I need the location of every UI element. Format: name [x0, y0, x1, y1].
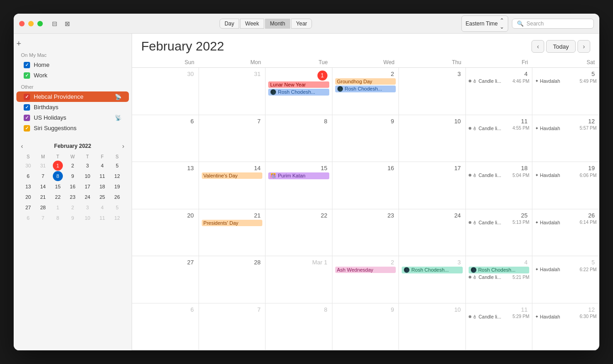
us-holidays-checkbox[interactable]: ✓: [24, 115, 30, 121]
mini-day-26[interactable]: 26: [112, 192, 122, 202]
mini-day-6[interactable]: 6: [23, 171, 33, 181]
event-rosh-chodesh-1[interactable]: 🌑 Rosh Chodesh...: [268, 89, 329, 96]
mini-day-18[interactable]: 18: [97, 182, 107, 192]
event-purim-katan[interactable]: 🎊 Purim Katan: [268, 172, 329, 179]
mini-day-17[interactable]: 17: [82, 182, 92, 192]
sidebar-toggle-icon[interactable]: ⊟: [52, 20, 57, 27]
event-ash-wednesday[interactable]: Ash Wednesday: [335, 267, 396, 273]
event-candle-11[interactable]: 🕯 Candle li... 4:55 PM: [469, 126, 530, 131]
day-feb-5[interactable]: 5 ✦ Havdalah 5:49 PM: [532, 68, 599, 115]
mini-day-m3[interactable]: 3: [82, 202, 92, 212]
mini-day-m11[interactable]: 11: [97, 213, 107, 223]
mini-day-m6[interactable]: 6: [23, 213, 33, 223]
day-feb-26[interactable]: 26 ✦ Havdalah 6:14 PM: [532, 209, 599, 256]
day-feb-14[interactable]: 14 Valentine's Day: [199, 162, 266, 209]
mini-day-12[interactable]: 12: [112, 171, 122, 181]
day-feb-22[interactable]: 22: [266, 209, 332, 256]
mini-day-25[interactable]: 25: [97, 192, 107, 202]
day-feb-15[interactable]: 15 🎊 Purim Katan: [266, 162, 332, 209]
day-feb-4[interactable]: 4 🕯 Candle li... 4:46 PM: [466, 68, 533, 115]
day-feb-17[interactable]: 17: [399, 162, 466, 209]
mini-day-m10[interactable]: 10: [82, 213, 92, 223]
day-mar-11[interactable]: 11 🕯 Candle li... 5:29 PM: [466, 303, 533, 350]
day-mar-1[interactable]: Mar 1: [266, 256, 332, 303]
work-checkbox[interactable]: ✓: [24, 72, 30, 79]
event-havdalah-5-mar[interactable]: ✦ Havdalah 6:22 PM: [535, 267, 597, 272]
mini-day-5[interactable]: 5: [112, 161, 122, 171]
event-groundhog-day[interactable]: Groundhog Day: [335, 78, 396, 85]
day-feb-8[interactable]: 8: [266, 115, 332, 162]
event-lunar-new-year[interactable]: Lunar New Year: [268, 81, 329, 88]
mini-day-15[interactable]: 15: [53, 182, 63, 192]
day-mar-10[interactable]: 10: [399, 303, 466, 350]
event-havdalah-19[interactable]: ✦ Havdalah 6:06 PM: [535, 172, 597, 178]
day-jan-30[interactable]: 30: [132, 68, 199, 115]
event-havdalah-5[interactable]: ✦ Havdalah 5:49 PM: [535, 78, 597, 84]
mini-day-m8[interactable]: 8: [53, 213, 63, 223]
mini-day-m12[interactable]: 12: [112, 213, 122, 223]
event-candle-4[interactable]: 🕯 Candle li... 4:46 PM: [469, 78, 530, 84]
day-mar-7[interactable]: 7: [199, 303, 266, 350]
home-checkbox[interactable]: ✓: [24, 62, 30, 68]
prev-month-button[interactable]: ‹: [531, 40, 544, 53]
mini-day-23[interactable]: 23: [67, 192, 77, 202]
mini-day-m2[interactable]: 2: [67, 202, 77, 212]
event-valentines-day[interactable]: Valentine's Day: [202, 172, 263, 179]
mini-day-13[interactable]: 13: [23, 182, 33, 192]
mini-day-27[interactable]: 27: [23, 202, 33, 212]
event-havdalah-12-mar[interactable]: ✦ Havdalah 6:30 PM: [535, 314, 597, 319]
day-mar-2[interactable]: 2 Ash Wednesday: [332, 256, 399, 303]
search-box[interactable]: 🔍 Search: [512, 19, 594, 29]
day-feb-16[interactable]: 16: [332, 162, 399, 209]
event-rosh-chodesh-4[interactable]: 🌑 Rosh Chodesh...: [469, 267, 530, 273]
month-view-button[interactable]: Month: [265, 19, 290, 29]
day-mar-4[interactable]: 4 🌑 Rosh Chodesh... 🕯 Candle li... 5:21 …: [466, 256, 533, 303]
mini-day-16[interactable]: 16: [67, 182, 77, 192]
event-candle-4-mar[interactable]: 🕯 Candle li... 5:21 PM: [469, 274, 530, 280]
mini-day-m7[interactable]: 7: [38, 213, 48, 223]
mini-day-m1[interactable]: 1: [53, 202, 63, 212]
mini-day-m9[interactable]: 9: [67, 213, 77, 223]
sidebar-item-birthdays[interactable]: ✓ Birthdays: [16, 102, 129, 112]
day-mar-9[interactable]: 9: [332, 303, 399, 350]
day-feb-1[interactable]: 1 Lunar New Year 🌑 Rosh Chodesh...: [266, 68, 332, 115]
day-mar-3[interactable]: 3 🌑 Rosh Chodesh...: [399, 256, 466, 303]
day-mar-5[interactable]: 5 ✦ Havdalah 6:22 PM: [532, 256, 599, 303]
sidebar-item-us-holidays[interactable]: ✓ US Holidays 📡: [16, 112, 129, 123]
day-mar-6[interactable]: 6: [132, 303, 199, 350]
maximize-button[interactable]: [37, 21, 43, 26]
mini-day-m4[interactable]: 4: [97, 202, 107, 212]
mini-day-4[interactable]: 4: [97, 161, 107, 171]
timezone-selector[interactable]: Eastern Time ⌃⌄: [461, 15, 508, 32]
mini-day-28[interactable]: 28: [38, 202, 48, 212]
day-feb-7[interactable]: 7: [199, 115, 266, 162]
day-feb-9[interactable]: 9: [332, 115, 399, 162]
day-jan-31[interactable]: 31: [199, 68, 266, 115]
day-feb-10[interactable]: 10: [399, 115, 466, 162]
day-feb-21[interactable]: 21 Presidents' Day: [199, 209, 266, 256]
minimize-button[interactable]: [28, 21, 34, 26]
day-feb-13[interactable]: 13: [132, 162, 199, 209]
mini-day-14[interactable]: 14: [38, 182, 48, 192]
event-rosh-chodesh-3[interactable]: 🌑 Rosh Chodesh...: [402, 267, 463, 273]
mini-day-31[interactable]: 31: [38, 161, 48, 171]
inbox-icon[interactable]: ⊠: [65, 20, 70, 27]
hebcal-checkbox[interactable]: ✓: [24, 94, 30, 100]
mini-day-11[interactable]: 11: [97, 171, 107, 181]
mini-day-1[interactable]: 1: [53, 161, 63, 171]
day-feb-20[interactable]: 20: [132, 209, 199, 256]
day-feb-12[interactable]: 12 ✦ Havdalah 5:57 PM: [532, 115, 599, 162]
mini-day-9[interactable]: 9: [67, 171, 77, 181]
year-view-button[interactable]: Year: [291, 19, 312, 29]
mini-day-m5[interactable]: 5: [112, 202, 122, 212]
day-feb-18[interactable]: 18 🕯 Candle li... 5:04 PM: [466, 162, 533, 209]
event-rosh-chodesh-2[interactable]: 🌑 Rosh Chodesh...: [335, 86, 396, 92]
day-feb-3[interactable]: 3: [399, 68, 466, 115]
mini-day-24[interactable]: 24: [82, 192, 92, 202]
day-feb-23[interactable]: 23: [332, 209, 399, 256]
mini-day-19[interactable]: 19: [112, 182, 122, 192]
day-feb-24[interactable]: 24: [399, 209, 466, 256]
mini-day-30[interactable]: 30: [23, 161, 33, 171]
week-view-button[interactable]: Week: [240, 19, 264, 29]
event-candle-18[interactable]: 🕯 Candle li... 5:04 PM: [469, 172, 530, 178]
